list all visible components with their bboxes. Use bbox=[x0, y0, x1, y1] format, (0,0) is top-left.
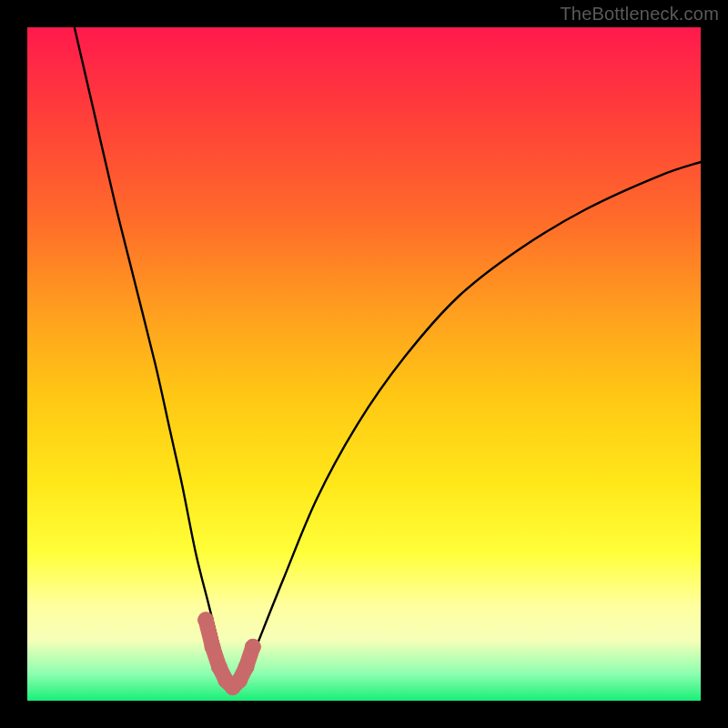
watermark-text: TheBottleneck.com bbox=[560, 4, 719, 25]
highlight-dot bbox=[198, 612, 214, 628]
highlight-minimum-group bbox=[198, 612, 261, 695]
plot-area bbox=[27, 27, 701, 701]
highlight-dot bbox=[245, 639, 260, 654]
chart-frame: TheBottleneck.com bbox=[0, 0, 728, 728]
curve-layer bbox=[27, 27, 701, 701]
highlight-dot bbox=[238, 660, 254, 675]
highlight-dot bbox=[205, 639, 220, 654]
bottleneck-curve-path bbox=[75, 27, 701, 689]
